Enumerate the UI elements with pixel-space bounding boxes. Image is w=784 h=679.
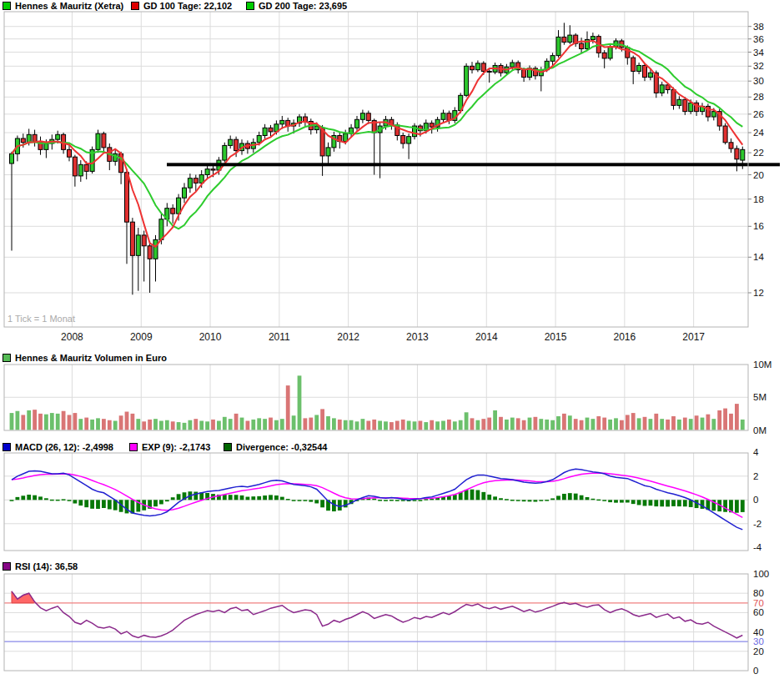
exp-label: EXP (9): -2,1743: [142, 442, 210, 452]
series-swatch-icon: [131, 2, 139, 10]
macd-label: MACD (26, 12): -2,4998: [15, 442, 113, 452]
svg-text:-4: -4: [753, 542, 762, 552]
divergence-legend-item: Divergence: -0,32544: [224, 442, 327, 452]
gd100-legend-item: GD 100 Tage: 22,102: [131, 1, 232, 11]
svg-text:2010: 2010: [199, 331, 222, 343]
svg-text:2014: 2014: [475, 331, 498, 343]
svg-text:24: 24: [753, 128, 764, 138]
macd-panel: [10, 469, 745, 530]
svg-text:2013: 2013: [406, 331, 429, 343]
price-legend-item: Hennes & Mauritz (Xetra): [3, 1, 123, 11]
volume-series-label: Hennes & Mauritz Volumen in Euro: [15, 353, 167, 363]
rsi-legend-item: RSI (14): 36,58: [3, 561, 78, 571]
rsi-label: RSI (14): 36,58: [15, 561, 78, 571]
price-legend: Hennes & Mauritz (Xetra) GD 100 Tage: 22…: [0, 1, 784, 13]
svg-text:28: 28: [753, 92, 764, 102]
volume-legend-item: Hennes & Mauritz Volumen in Euro: [3, 353, 167, 363]
rsi-legend: RSI (14): 36,58: [0, 561, 784, 573]
svg-text:18: 18: [753, 194, 764, 204]
divergence-label: Divergence: -0,32544: [236, 442, 327, 452]
svg-text:40: 40: [753, 627, 764, 637]
svg-text:34: 34: [753, 48, 764, 58]
svg-text:0M: 0M: [753, 425, 766, 435]
svg-text:20: 20: [753, 646, 764, 656]
macd-legend: MACD (26, 12): -2,4998 EXP (9): -2,1743 …: [0, 442, 784, 454]
svg-text:0: 0: [753, 495, 758, 505]
series-swatch-icon: [3, 443, 11, 451]
svg-text:22: 22: [753, 148, 764, 158]
svg-text:2011: 2011: [269, 331, 290, 343]
price-series-label: Hennes & Mauritz (Xetra): [15, 1, 123, 11]
svg-text:2009: 2009: [130, 331, 153, 343]
svg-text:2017: 2017: [682, 331, 705, 343]
svg-text:2: 2: [753, 471, 758, 481]
svg-text:32: 32: [753, 61, 764, 71]
svg-text:30: 30: [753, 76, 764, 86]
svg-text:70: 70: [753, 598, 764, 608]
series-swatch-icon: [3, 562, 11, 571]
svg-text:2015: 2015: [545, 331, 567, 343]
svg-text:30: 30: [753, 636, 764, 646]
stock-chart-page: 3836343230282624222018161412200820092010…: [0, 0, 784, 679]
rsi-line: [12, 591, 742, 638]
svg-text:12: 12: [753, 288, 764, 298]
svg-text:5M: 5M: [753, 392, 766, 402]
tick-footnote: 1 Tick = 1 Monat: [8, 314, 75, 324]
svg-text:-2: -2: [753, 519, 761, 529]
svg-text:2008: 2008: [61, 331, 83, 343]
rsi-panel: [4, 591, 748, 641]
svg-text:2016: 2016: [613, 331, 636, 343]
volume-legend: Hennes & Mauritz Volumen in Euro: [0, 353, 784, 365]
gd100-label: GD 100 Tage: 22,102: [143, 1, 232, 11]
svg-text:80: 80: [753, 588, 764, 598]
svg-text:26: 26: [753, 109, 764, 119]
macd-line: [12, 469, 742, 530]
svg-text:20: 20: [753, 170, 764, 180]
svg-text:0: 0: [753, 666, 758, 676]
series-swatch-icon: [246, 2, 254, 10]
svg-text:14: 14: [753, 252, 764, 262]
exp-legend-item: EXP (9): -2,1743: [129, 442, 210, 452]
support-line: [167, 163, 780, 166]
svg-text:2012: 2012: [337, 331, 359, 343]
gd200-legend-item: GD 200 Tage: 23,695: [246, 1, 347, 11]
svg-text:36: 36: [753, 34, 764, 44]
volume-panel: [10, 375, 745, 430]
svg-text:38: 38: [753, 22, 764, 32]
price-panel: [10, 23, 781, 294]
series-swatch-icon: [129, 443, 138, 451]
svg-text:16: 16: [753, 221, 764, 231]
macd-legend-item: MACD (26, 12): -2,4998: [3, 442, 113, 452]
svg-text:60: 60: [753, 607, 764, 617]
series-swatch-icon: [224, 443, 232, 451]
gd200-label: GD 200 Tage: 23,695: [259, 1, 347, 11]
chart-canvas: 3836343230282624222018161412200820092010…: [0, 0, 784, 679]
series-swatch-icon: [3, 354, 11, 362]
series-swatch-icon: [3, 2, 11, 10]
